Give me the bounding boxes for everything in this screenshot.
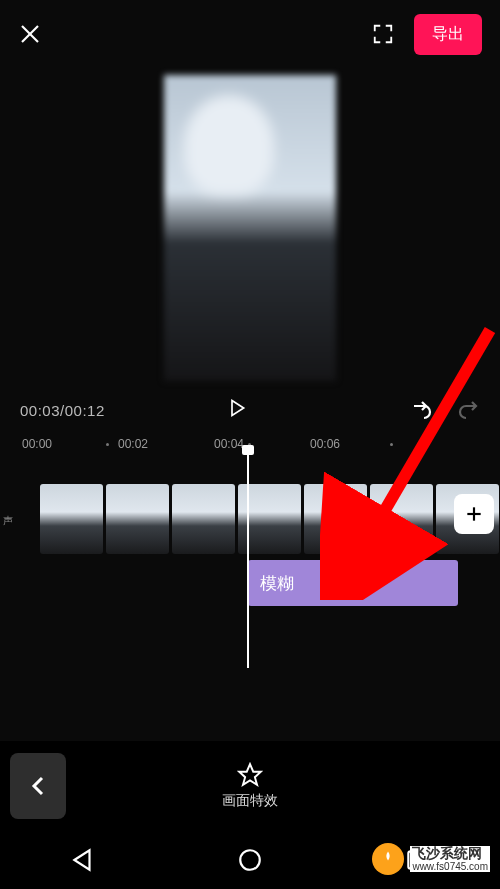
clip-thumb[interactable]	[106, 484, 169, 554]
timeline[interactable]: 声 模糊	[0, 474, 500, 634]
ruler-tick: 00:02	[118, 437, 156, 451]
svg-point-9	[240, 850, 260, 870]
star-icon	[237, 762, 263, 788]
watermark: 飞沙系统网 www.fs0745.com	[372, 843, 490, 875]
close-icon[interactable]	[18, 22, 42, 46]
play-icon[interactable]	[227, 398, 247, 422]
video-preview[interactable]	[164, 75, 336, 381]
watermark-url: www.fs0745.com	[410, 861, 490, 872]
watermark-brand: 飞沙系统网	[410, 846, 490, 861]
ruler-tick: 00:06	[310, 437, 348, 451]
back-button[interactable]	[10, 753, 66, 819]
effect-clip-blur[interactable]: 模糊	[248, 560, 458, 606]
clip-thumb[interactable]	[172, 484, 235, 554]
effect-clip-label: 模糊	[260, 572, 294, 595]
bottom-toolbar: 画面特效	[0, 741, 500, 831]
nav-home-icon[interactable]	[237, 847, 263, 873]
playhead[interactable]	[247, 448, 249, 668]
time-display: 00:03/00:12	[20, 402, 105, 419]
video-track[interactable]	[40, 484, 500, 554]
clip-thumb[interactable]	[370, 484, 433, 554]
ruler-tick: 00:00	[22, 437, 60, 451]
watermark-icon	[372, 843, 404, 875]
undo-icon[interactable]	[410, 398, 434, 422]
svg-marker-8	[75, 850, 90, 870]
clip-thumb[interactable]	[40, 484, 103, 554]
preview-area	[0, 68, 500, 388]
export-button[interactable]: 导出	[414, 14, 482, 55]
fullscreen-icon[interactable]	[372, 23, 394, 45]
tool-label: 画面特效	[222, 792, 278, 810]
audio-track-label: 声	[3, 514, 13, 528]
nav-back-icon[interactable]	[70, 847, 96, 873]
redo-icon	[456, 398, 480, 422]
svg-marker-2	[232, 401, 244, 416]
add-clip-button[interactable]	[454, 494, 494, 534]
svg-marker-7	[239, 764, 261, 785]
clip-thumb[interactable]	[304, 484, 367, 554]
tool-picture-effect[interactable]: 画面特效	[66, 762, 434, 810]
